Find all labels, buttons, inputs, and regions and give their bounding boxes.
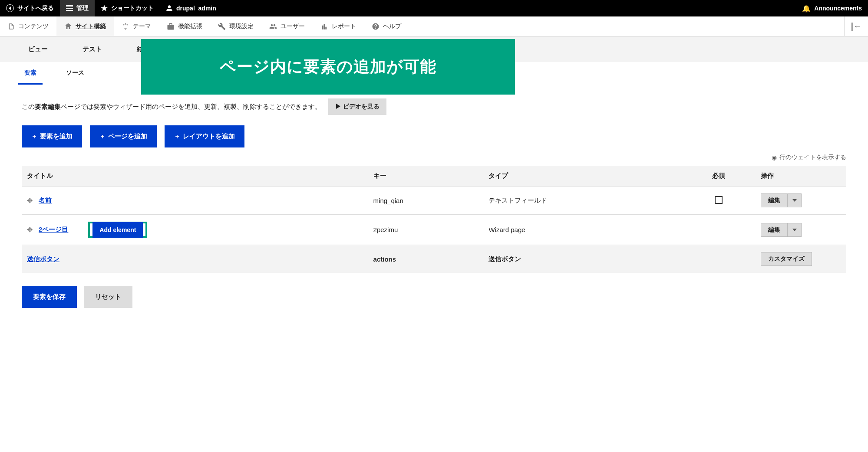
reset-button[interactable]: リセット bbox=[84, 286, 132, 308]
manage-button[interactable]: 管理 bbox=[60, 0, 95, 16]
element-type: 送信ボタン bbox=[483, 245, 681, 273]
dropbutton-toggle[interactable] bbox=[788, 223, 802, 237]
bell-icon: 🔔 bbox=[802, 4, 811, 13]
admin-toolbar: サイトへ戻る 管理 ★ ショートカット drupal_admin 🔔 Annou… bbox=[0, 0, 868, 16]
hamburger-icon bbox=[66, 5, 73, 11]
add-buttons-row: ＋要素を追加 ＋ページを追加 ＋レイアウトを追加 bbox=[22, 125, 846, 147]
drag-handle-icon[interactable]: ✥ bbox=[27, 197, 33, 205]
watch-video-button[interactable]: ▶ ビデオを見る bbox=[328, 98, 386, 115]
element-type: テキストフィールド bbox=[483, 187, 681, 215]
menu-config[interactable]: 環境設定 bbox=[210, 16, 261, 36]
add-page-button[interactable]: ＋ページを追加 bbox=[90, 125, 157, 147]
add-element-highlight: Add element bbox=[88, 222, 147, 238]
orientation-icon: |← bbox=[851, 21, 862, 31]
menu-structure-label: サイト構築 bbox=[76, 23, 106, 30]
menu-people-label: ユーザー bbox=[281, 23, 305, 30]
edit-dropbutton: 編集 bbox=[761, 193, 802, 207]
add-element-inline-button[interactable]: Add element bbox=[92, 222, 143, 238]
edit-button[interactable]: 編集 bbox=[761, 223, 788, 237]
back-to-site-button[interactable]: サイトへ戻る bbox=[0, 0, 60, 16]
edit-dropbutton: 編集 bbox=[761, 223, 802, 237]
menu-content[interactable]: コンテンツ bbox=[0, 16, 56, 36]
plus-icon: ＋ bbox=[174, 133, 180, 141]
menu-reports[interactable]: レポート bbox=[313, 16, 364, 36]
elements-table: タイトル キー タイプ 必須 操作 ✥ 名前 ming_qian テキストフィー… bbox=[22, 166, 846, 273]
customize-button[interactable]: カスタマイズ bbox=[761, 252, 812, 266]
edit-button[interactable]: 編集 bbox=[761, 193, 788, 207]
structure-icon bbox=[64, 23, 72, 30]
element-key: ming_qian bbox=[368, 187, 484, 215]
menu-help-label: ヘルプ bbox=[383, 23, 401, 30]
form-actions: 要素を保存 リセット bbox=[22, 286, 846, 308]
shortcuts-button[interactable]: ★ ショートカット bbox=[95, 0, 160, 16]
menu-extend-label: 機能拡張 bbox=[178, 23, 202, 30]
show-row-weights-toggle[interactable]: ◉ 行のウェイトを表示する bbox=[22, 154, 846, 161]
col-required: 必須 bbox=[681, 166, 756, 187]
star-icon: ★ bbox=[101, 4, 108, 12]
menu-people[interactable]: ユーザー bbox=[261, 16, 313, 36]
element-title-link[interactable]: 名前 bbox=[39, 197, 52, 205]
reports-icon bbox=[320, 23, 328, 30]
col-type: タイプ bbox=[483, 166, 681, 187]
required-checkbox[interactable] bbox=[715, 196, 723, 204]
element-type: Wizard page bbox=[483, 215, 681, 245]
annotation-banner-text: ページ内に要素の追加が可能 bbox=[220, 56, 436, 78]
help-text-row: この要素編集ページでは要素やウィザード用のページを追加、更新、複製、削除すること… bbox=[22, 98, 846, 115]
back-to-site-label: サイトへ戻る bbox=[17, 4, 54, 12]
table-row-actions: 送信ボタン actions 送信ボタン カスタマイズ bbox=[22, 245, 846, 273]
menu-extend[interactable]: 機能拡張 bbox=[159, 16, 210, 36]
shortcuts-label: ショートカット bbox=[111, 4, 154, 12]
admin-menu: コンテンツ サイト構築 テーマ 機能拡張 環境設定 ユーザー レポート ヘルプ … bbox=[0, 16, 868, 36]
back-icon bbox=[6, 4, 14, 12]
table-row: ✥ 名前 ming_qian テキストフィールド 編集 bbox=[22, 187, 846, 215]
menu-appearance[interactable]: テーマ bbox=[114, 16, 159, 36]
menu-reports-label: レポート bbox=[332, 23, 356, 30]
col-title: タイトル bbox=[22, 166, 368, 187]
dropbutton-toggle[interactable] bbox=[788, 193, 802, 207]
drag-handle-icon[interactable]: ✥ bbox=[27, 226, 33, 234]
subtab-source[interactable]: ソース bbox=[60, 62, 90, 85]
table-row: ✥ 2ページ目 Add element 2pezimu Wizard page … bbox=[22, 215, 846, 245]
menu-config-label: 環境設定 bbox=[229, 23, 254, 30]
menu-structure[interactable]: サイト構築 bbox=[56, 16, 114, 36]
announcements-button[interactable]: 🔔 Announcements bbox=[796, 0, 868, 16]
tab-view[interactable]: ビュー bbox=[24, 36, 52, 62]
user-menu-button[interactable]: drupal_admin bbox=[160, 0, 222, 16]
toolbar-orientation-toggle[interactable]: |← bbox=[844, 16, 868, 36]
menu-appearance-label: テーマ bbox=[133, 23, 151, 30]
col-key: キー bbox=[368, 166, 484, 187]
user-icon bbox=[166, 5, 173, 12]
add-layout-button[interactable]: ＋レイアウトを追加 bbox=[165, 125, 244, 147]
plus-icon: ＋ bbox=[31, 133, 37, 141]
manage-label: 管理 bbox=[76, 4, 89, 12]
extend-icon bbox=[167, 23, 175, 30]
subtab-elements[interactable]: 要素 bbox=[18, 62, 43, 85]
help-icon bbox=[372, 23, 380, 30]
username-label: drupal_admin bbox=[176, 5, 216, 12]
menu-help[interactable]: ヘルプ bbox=[364, 16, 409, 36]
tab-test[interactable]: テスト bbox=[78, 36, 106, 62]
customize-button-wrap: カスタマイズ bbox=[761, 252, 812, 266]
add-element-button[interactable]: ＋要素を追加 bbox=[22, 125, 82, 147]
help-text: この要素編集ページでは要素やウィザード用のページを追加、更新、複製、削除すること… bbox=[22, 103, 321, 111]
save-elements-button[interactable]: 要素を保存 bbox=[22, 286, 77, 308]
config-icon bbox=[218, 23, 226, 30]
menu-content-label: コンテンツ bbox=[18, 23, 49, 30]
element-title-link[interactable]: 2ページ目 bbox=[39, 226, 68, 234]
element-key: 2pezimu bbox=[368, 215, 484, 245]
col-ops: 操作 bbox=[756, 166, 846, 187]
eye-icon: ◉ bbox=[772, 154, 777, 161]
document-icon bbox=[8, 23, 15, 30]
plus-icon: ＋ bbox=[99, 133, 106, 141]
appearance-icon bbox=[122, 23, 129, 30]
people-icon bbox=[269, 23, 277, 30]
element-key: actions bbox=[368, 245, 484, 273]
page-content: この要素編集ページでは要素やウィザード用のページを追加、更新、複製、削除すること… bbox=[0, 85, 868, 322]
element-title-link[interactable]: 送信ボタン bbox=[27, 255, 59, 262]
announcements-label: Announcements bbox=[814, 5, 862, 12]
